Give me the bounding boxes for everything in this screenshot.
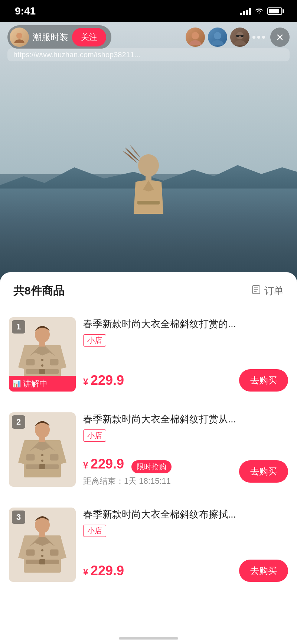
live-badge-text: 讲解中 <box>23 378 48 389</box>
product-image-wrap: 3 <box>9 508 76 582</box>
svg-rect-36 <box>39 532 45 537</box>
product-title: 春季新款时尚大衣全棉斜纹打赏的... <box>83 317 288 331</box>
product-list: 1 📊 讲解中 春季新款时尚大衣全棉斜纹打赏的... 小店 ¥ 229.9 <box>0 306 297 599</box>
product-card: 2 春季新款时尚大衣全棉斜纹打赏从... 小店 ¥ 229.9 限时抢购 距离结… <box>0 405 297 494</box>
price-area: ¥ 229.9 限时抢购 距离结束：1天 18:15:11 <box>83 456 239 487</box>
shop-tag: 小店 <box>83 334 106 347</box>
price: ¥ 229.9 <box>83 456 128 471</box>
svg-rect-7 <box>236 35 239 37</box>
product-top: 春季新款时尚大衣全棉斜纹打赏从... 小店 <box>83 412 288 450</box>
price: ¥ 229.9 <box>83 373 124 388</box>
svg-point-5 <box>214 32 221 39</box>
story-avatars <box>117 28 265 47</box>
product-info: 春季新款时尚大衣全棉斜纹打赏从... 小店 ¥ 229.9 限时抢购 距离结束：… <box>83 412 288 487</box>
close-button[interactable] <box>270 28 290 47</box>
user-pill: 潮服时装 关注 <box>7 25 111 49</box>
notch <box>111 0 186 15</box>
buy-button[interactable]: 去购买 <box>239 460 288 483</box>
sheet-header: 共8件商品 订单 <box>0 272 297 306</box>
home-indicator <box>119 637 178 640</box>
svg-point-20 <box>41 364 43 367</box>
product-num-badge: 3 <box>12 511 25 524</box>
price-symbol: ¥ <box>83 460 91 470</box>
product-info: 春季新款时尚大衣全棉斜纹布擦拭... 小店 ¥ 229.9 去购买 <box>83 508 288 582</box>
product-top: 春季新款时尚大衣全棉斜纹打赏的... 小店 <box>83 317 288 363</box>
status-time: 9:41 <box>15 5 36 17</box>
svg-point-3 <box>16 33 22 39</box>
svg-rect-40 <box>50 550 58 556</box>
svg-rect-39 <box>26 550 35 556</box>
shop-tag: 小店 <box>83 525 106 537</box>
product-title: 春季新款时尚大衣全棉斜纹打赏从... <box>83 412 288 426</box>
bar-chart-icon: 📊 <box>13 380 21 388</box>
product-num-badge: 1 <box>12 320 25 334</box>
svg-rect-18 <box>39 341 45 347</box>
flash-badge: 限时抢购 <box>131 460 172 473</box>
product-bottom: ¥ 229.9 限时抢购 距离结束：1天 18:15:11 去购买 <box>83 456 288 487</box>
svg-rect-27 <box>39 437 45 442</box>
bottom-sheet: 共8件商品 订单 <box>0 272 297 644</box>
order-button[interactable]: 订单 <box>251 284 284 297</box>
battery-icon <box>267 7 282 15</box>
status-icons <box>240 6 282 16</box>
product-info: 春季新款时尚大衣全棉斜纹打赏的... 小店 ¥ 229.9 去购买 <box>83 317 288 392</box>
price-area: ¥ 229.9 <box>83 563 239 579</box>
svg-rect-21 <box>26 359 35 365</box>
product-num-badge: 2 <box>12 415 25 429</box>
buy-button[interactable]: 去购买 <box>239 560 288 582</box>
follow-button[interactable]: 关注 <box>72 28 106 46</box>
svg-rect-25 <box>39 464 45 469</box>
svg-rect-31 <box>50 454 58 460</box>
wifi-icon <box>255 6 264 16</box>
order-icon <box>251 284 261 297</box>
product-image-wrap: 2 <box>9 412 76 487</box>
person-figure <box>119 143 178 218</box>
url-bar[interactable]: https://www.huzhan.com/ishop38211... <box>7 48 290 61</box>
user-name: 潮服时装 <box>33 31 68 43</box>
price-symbol: ¥ <box>83 377 91 387</box>
svg-point-38 <box>41 555 43 557</box>
price: ¥ 229.9 <box>83 563 124 578</box>
product-bottom: ¥ 229.9 去购买 <box>83 369 288 392</box>
svg-point-29 <box>41 460 43 462</box>
story-avatar-3 <box>230 28 249 47</box>
svg-point-4 <box>192 32 199 39</box>
svg-rect-22 <box>50 359 58 365</box>
countdown: 距离结束：1天 18:15:11 <box>83 476 239 487</box>
shop-tag: 小店 <box>83 429 106 442</box>
product-card: 1 📊 讲解中 春季新款时尚大衣全棉斜纹打赏的... 小店 ¥ 229.9 <box>0 310 297 399</box>
product-top: 春季新款时尚大衣全棉斜纹布擦拭... 小店 <box>83 508 288 554</box>
svg-rect-34 <box>39 559 45 564</box>
product-card: 3 春季新款时尚大衣全棉斜纹布擦拭... 小店 ¥ 229.9 去购 <box>0 500 297 589</box>
url-text: https://www.huzhan.com/ishop38211... <box>13 51 140 59</box>
product-bottom: ¥ 229.9 去购买 <box>83 560 288 582</box>
product-image-wrap: 1 📊 讲解中 <box>9 317 76 392</box>
price-area: ¥ 229.9 <box>83 373 239 388</box>
svg-point-28 <box>41 454 43 456</box>
buy-button[interactable]: 去购买 <box>239 369 288 392</box>
story-header: 潮服时装 关注 <box>7 25 290 49</box>
signal-icon <box>240 7 251 15</box>
svg-rect-30 <box>26 454 35 460</box>
svg-point-0 <box>138 154 159 177</box>
more-dots <box>252 36 265 39</box>
svg-rect-16 <box>39 369 45 374</box>
sheet-title: 共8件商品 <box>13 283 64 299</box>
live-badge: 📊 讲解中 <box>9 376 76 392</box>
story-avatar-2 <box>208 28 227 47</box>
story-avatar-1 <box>186 28 205 47</box>
svg-rect-8 <box>241 35 244 37</box>
product-title: 春季新款时尚大衣全棉斜纹布擦拭... <box>83 508 288 521</box>
svg-rect-2 <box>137 201 160 205</box>
order-label: 订单 <box>264 284 284 297</box>
svg-point-19 <box>41 359 43 361</box>
svg-point-37 <box>41 549 43 551</box>
price-symbol: ¥ <box>83 567 91 577</box>
user-avatar <box>10 28 29 47</box>
